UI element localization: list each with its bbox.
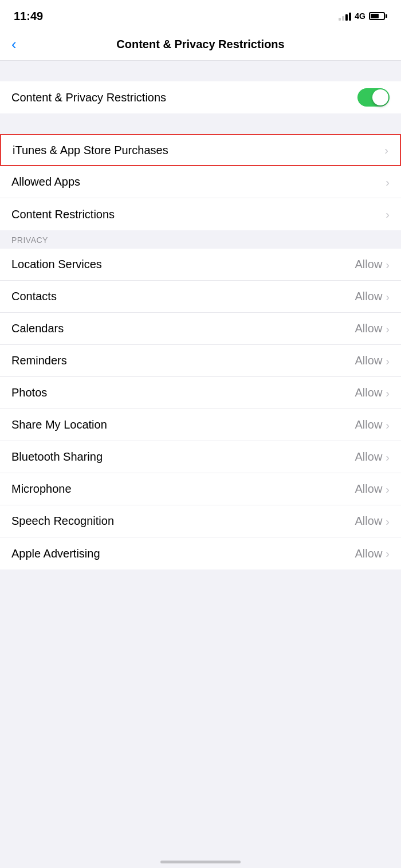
contacts-row[interactable]: Contacts Allow › (0, 281, 401, 313)
back-button[interactable]: ‹ (11, 38, 18, 52)
privacy-header-label: PRIVACY (11, 235, 48, 245)
section-gap-top (0, 61, 401, 81)
share-my-location-label: Share My Location (11, 418, 107, 431)
content-privacy-toggle[interactable] (357, 88, 390, 107)
settings-items-group: iTunes & App Store Purchases › Allowed A… (0, 134, 401, 230)
allowed-apps-label: Allowed Apps (11, 175, 80, 188)
status-bar: 11:49 4G (0, 0, 401, 29)
reminders-value: Allow (355, 354, 383, 367)
page-title: Content & Privacy Restrictions (116, 38, 284, 51)
apple-advertising-row[interactable]: Apple Advertising Allow › (0, 537, 401, 569)
speech-recognition-chevron-icon: › (386, 516, 390, 527)
share-my-location-row[interactable]: Share My Location Allow › (0, 409, 401, 441)
home-indicator (160, 861, 241, 863)
calendars-right: Allow › (355, 322, 390, 335)
location-services-right: Allow › (355, 258, 390, 271)
calendars-row[interactable]: Calendars Allow › (0, 313, 401, 345)
bluetooth-sharing-label: Bluetooth Sharing (11, 450, 103, 464)
share-my-location-right: Allow › (355, 418, 390, 431)
speech-recognition-label: Speech Recognition (11, 514, 114, 528)
signal-4g-label: 4G (355, 11, 365, 21)
content-restrictions-label: Content Restrictions (11, 208, 115, 221)
apple-advertising-value: Allow (355, 547, 383, 560)
apple-advertising-right: Allow › (355, 547, 390, 560)
reminders-row[interactable]: Reminders Allow › (0, 345, 401, 377)
apple-advertising-chevron-icon: › (386, 548, 390, 559)
photos-label: Photos (11, 386, 47, 399)
apple-advertising-label: Apple Advertising (11, 547, 100, 560)
bluetooth-sharing-row[interactable]: Bluetooth Sharing Allow › (0, 441, 401, 473)
content-restrictions-row[interactable]: Content Restrictions › (0, 198, 401, 230)
back-chevron-icon: ‹ (11, 37, 17, 52)
status-icons: 4G (339, 11, 387, 21)
battery-icon (369, 12, 387, 20)
content-restrictions-chevron-icon: › (386, 209, 390, 220)
speech-recognition-row[interactable]: Speech Recognition Allow › (0, 505, 401, 537)
section-gap-1 (0, 113, 401, 134)
speech-recognition-value: Allow (355, 514, 383, 528)
reminders-label: Reminders (11, 354, 67, 367)
itunes-purchases-right: › (384, 144, 388, 156)
microphone-chevron-icon: › (386, 484, 390, 495)
bluetooth-sharing-right: Allow › (355, 450, 390, 464)
nav-bar: ‹ Content & Privacy Restrictions (0, 29, 401, 61)
allowed-apps-row[interactable]: Allowed Apps › (0, 166, 401, 198)
microphone-right: Allow › (355, 482, 390, 496)
location-services-value: Allow (355, 258, 383, 271)
location-services-row[interactable]: Location Services Allow › (0, 249, 401, 281)
calendars-label: Calendars (11, 322, 64, 335)
bluetooth-sharing-chevron-icon: › (386, 451, 390, 463)
contacts-right: Allow › (355, 290, 390, 303)
microphone-row[interactable]: Microphone Allow › (0, 473, 401, 505)
photos-chevron-icon: › (386, 387, 390, 399)
location-services-chevron-icon: › (386, 259, 390, 270)
microphone-value: Allow (355, 482, 383, 496)
status-time: 11:49 (14, 10, 43, 23)
itunes-purchases-row[interactable]: iTunes & App Store Purchases › (0, 134, 401, 166)
photos-right: Allow › (355, 386, 390, 399)
speech-recognition-right: Allow › (355, 514, 390, 528)
allowed-apps-right: › (386, 176, 390, 188)
signal-icon (339, 11, 351, 21)
content-privacy-toggle-label: Content & Privacy Restrictions (11, 91, 166, 104)
contacts-label: Contacts (11, 290, 57, 303)
contacts-value: Allow (355, 290, 383, 303)
reminders-chevron-icon: › (386, 355, 390, 367)
privacy-items-group: Location Services Allow › Contacts Allow… (0, 249, 401, 569)
itunes-purchases-label: iTunes & App Store Purchases (13, 144, 168, 157)
photos-row[interactable]: Photos Allow › (0, 377, 401, 409)
reminders-right: Allow › (355, 354, 390, 367)
privacy-section-header: PRIVACY (0, 230, 401, 249)
photos-value: Allow (355, 386, 383, 399)
contacts-chevron-icon: › (386, 291, 390, 303)
calendars-value: Allow (355, 322, 383, 335)
itunes-purchases-chevron-icon: › (384, 144, 388, 156)
bluetooth-sharing-value: Allow (355, 450, 383, 464)
share-my-location-chevron-icon: › (386, 419, 390, 431)
allowed-apps-chevron-icon: › (386, 176, 390, 188)
toggle-knob (372, 89, 388, 105)
content-privacy-toggle-row[interactable]: Content & Privacy Restrictions (0, 81, 401, 113)
microphone-label: Microphone (11, 482, 72, 496)
share-my-location-value: Allow (355, 418, 383, 431)
calendars-chevron-icon: › (386, 323, 390, 335)
location-services-label: Location Services (11, 258, 102, 271)
content-restrictions-right: › (386, 209, 390, 220)
main-toggle-group: Content & Privacy Restrictions (0, 81, 401, 113)
